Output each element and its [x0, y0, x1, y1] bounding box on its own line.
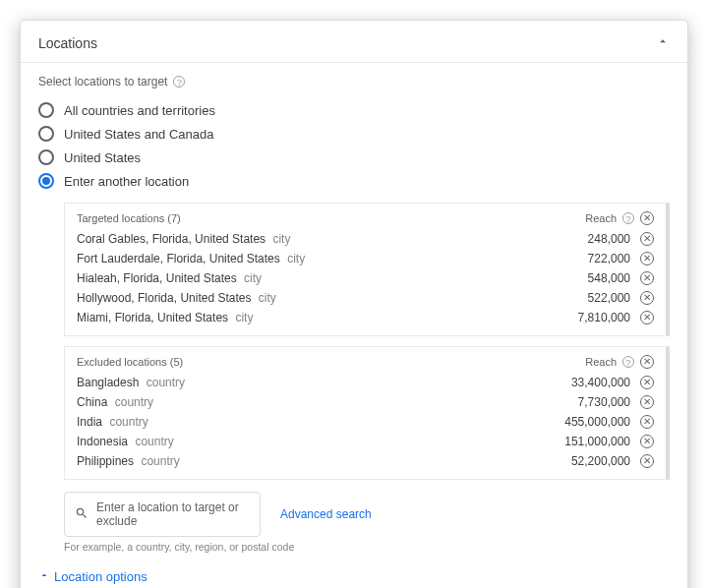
close-icon[interactable]: ✕: [640, 211, 654, 225]
panel-header: Locations: [21, 21, 687, 63]
location-name: Philippines: [77, 454, 134, 468]
remove-location-icon[interactable]: ✕: [640, 271, 654, 285]
location-type: city: [287, 252, 305, 265]
location-mode-option[interactable]: United States: [38, 146, 670, 169]
location-type: country: [147, 376, 185, 389]
location-reach: 33,400,000: [571, 376, 630, 389]
collapse-icon[interactable]: [656, 34, 670, 52]
location-row: Coral Gables, Florida, United States cit…: [77, 229, 654, 249]
advanced-search-link[interactable]: Advanced search: [280, 507, 372, 521]
location-name: Hollywood, Florida, United States: [77, 291, 251, 305]
radio-label: All countries and territories: [64, 103, 215, 118]
remove-location-icon[interactable]: ✕: [640, 232, 654, 246]
location-type: country: [141, 454, 179, 468]
search-row: Enter a location to target or exclude Ad…: [64, 492, 670, 537]
location-name: India: [77, 415, 102, 429]
location-options-label: Location options: [54, 569, 148, 584]
location-type: city: [235, 311, 253, 324]
subheading-text: Select locations to target: [38, 75, 167, 88]
targeted-heading: Targeted locations (7): [77, 212, 181, 224]
location-reach: 548,000: [588, 271, 630, 285]
location-row: Hialeah, Florida, United States city548,…: [77, 268, 654, 288]
excluded-heading: Excluded locations (5): [77, 356, 183, 368]
location-reach: 7,730,000: [578, 395, 630, 409]
location-name: China: [77, 395, 107, 409]
location-name: Coral Gables, Florida, United States: [77, 232, 266, 246]
location-reach: 7,810,000: [578, 311, 630, 324]
remove-location-icon[interactable]: ✕: [640, 376, 654, 389]
remove-location-icon[interactable]: ✕: [640, 435, 654, 448]
location-type: city: [272, 232, 290, 246]
excluded-rows: Bangladesh country33,400,000✕China count…: [77, 373, 654, 471]
location-row: Philippines country52,200,000✕: [77, 451, 654, 471]
radio-icon: [38, 173, 54, 189]
search-placeholder: Enter a location to target or exclude: [96, 500, 250, 528]
location-type: city: [259, 291, 276, 305]
radio-icon: [38, 102, 54, 118]
remove-location-icon[interactable]: ✕: [640, 252, 654, 265]
remove-location-icon[interactable]: ✕: [640, 415, 654, 429]
remove-location-icon[interactable]: ✕: [640, 291, 654, 305]
excluded-locations-box: Excluded locations (5) Reach ? ✕ Banglad…: [64, 346, 670, 480]
help-icon[interactable]: ?: [622, 212, 634, 224]
location-name: Bangladesh: [77, 376, 139, 389]
remove-location-icon[interactable]: ✕: [640, 395, 654, 409]
location-type: country: [109, 415, 148, 429]
location-search-input[interactable]: Enter a location to target or exclude: [64, 492, 261, 537]
location-row: Bangladesh country33,400,000✕: [77, 373, 654, 392]
location-reach: 248,000: [588, 232, 630, 246]
reach-label: Reach: [585, 212, 617, 224]
search-hint: For example, a country, city, region, or…: [64, 541, 670, 553]
radio-label: Enter another location: [64, 174, 189, 189]
location-name: Hialeah, Florida, United States: [77, 271, 237, 285]
location-type: country: [115, 395, 153, 409]
location-type: country: [135, 435, 173, 448]
panel-content: Select locations to target ? All countri…: [21, 63, 687, 588]
location-reach: 455,000,000: [564, 415, 630, 429]
location-row: India country455,000,000✕: [77, 412, 654, 432]
subheading: Select locations to target ?: [38, 75, 670, 88]
location-mode-radio-group: All countries and territoriesUnited Stat…: [38, 98, 670, 193]
help-icon[interactable]: ?: [622, 356, 634, 368]
location-reach: 522,000: [588, 291, 630, 305]
location-row: China country7,730,000✕: [77, 392, 654, 412]
location-reach: 151,000,000: [564, 435, 630, 448]
location-name: Indonesia: [77, 435, 128, 448]
location-reach: 52,200,000: [571, 454, 630, 468]
location-name: Fort Lauderdale, Florida, United States: [77, 252, 280, 265]
reach-label: Reach: [585, 356, 617, 368]
location-row: Hollywood, Florida, United States city52…: [77, 288, 654, 308]
location-reach: 722,000: [588, 252, 630, 265]
help-icon[interactable]: ?: [173, 76, 185, 88]
targeted-rows: Coral Gables, Florida, United States cit…: [77, 229, 654, 327]
targeted-locations-box: Targeted locations (7) Reach ? ✕ Coral G…: [64, 203, 670, 336]
chevron-up-icon: [38, 568, 50, 584]
panel-title: Locations: [38, 35, 97, 51]
location-name: Miami, Florida, United States: [77, 311, 228, 324]
radio-icon: [38, 126, 54, 142]
location-mode-option[interactable]: All countries and territories: [38, 98, 670, 122]
location-row: Fort Lauderdale, Florida, United States …: [77, 249, 654, 268]
radio-icon: [38, 149, 54, 165]
location-row: Miami, Florida, United States city7,810,…: [77, 308, 654, 327]
location-mode-option[interactable]: United States and Canada: [38, 122, 670, 146]
location-options-toggle[interactable]: Location options: [38, 568, 670, 584]
location-mode-option[interactable]: Enter another location: [38, 169, 670, 193]
radio-label: United States: [64, 150, 141, 165]
close-icon[interactable]: ✕: [640, 355, 654, 369]
location-type: city: [244, 271, 262, 285]
radio-label: United States and Canada: [64, 127, 214, 142]
search-icon: [75, 506, 88, 523]
location-row: Indonesia country151,000,000✕: [77, 432, 654, 451]
locations-panel: Locations Select locations to target ? A…: [20, 20, 688, 588]
remove-location-icon[interactable]: ✕: [640, 454, 654, 468]
remove-location-icon[interactable]: ✕: [640, 311, 654, 324]
